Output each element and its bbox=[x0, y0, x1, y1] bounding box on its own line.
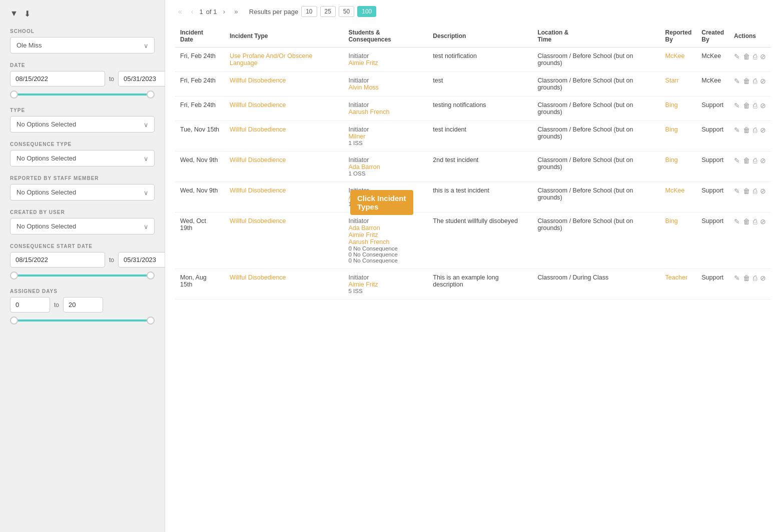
info-icon[interactable]: ⊘ bbox=[760, 126, 766, 134]
table-row: Tue, Nov 15thWillful DisobedienceInitiat… bbox=[175, 121, 771, 152]
student-link[interactable]: Alvin Moss bbox=[348, 84, 423, 91]
reporter-link[interactable]: Bing bbox=[665, 218, 678, 224]
created-by-filter: CREATED BY USER No Options Selected bbox=[10, 210, 155, 234]
consequence-date-to-input[interactable] bbox=[118, 252, 165, 268]
delete-icon[interactable]: 🗑 bbox=[743, 126, 750, 134]
incident-type-link[interactable]: Willful Disobedience bbox=[230, 274, 286, 281]
info-icon[interactable]: ⊘ bbox=[760, 187, 766, 195]
cell-reported-by: McKee bbox=[660, 48, 697, 72]
edit-icon[interactable]: ✎ bbox=[734, 102, 740, 110]
date-slider-left-thumb[interactable] bbox=[10, 90, 18, 98]
delete-icon[interactable]: 🗑 bbox=[743, 274, 750, 282]
assigned-days-slider-left-thumb[interactable] bbox=[10, 316, 18, 324]
col-incident-date: IncidentDate bbox=[175, 25, 225, 48]
edit-icon[interactable]: ✎ bbox=[734, 218, 740, 226]
incident-type-link[interactable]: Willful Disobedience bbox=[230, 218, 286, 224]
created-by-select[interactable]: No Options Selected bbox=[10, 218, 155, 234]
reporter-link[interactable]: Bing bbox=[665, 156, 678, 164]
student-link[interactable]: Aimie Fritz bbox=[348, 232, 423, 238]
page-size-10[interactable]: 10 bbox=[301, 6, 317, 17]
date-from-input[interactable] bbox=[10, 71, 105, 86]
delete-icon[interactable]: 🗑 bbox=[743, 156, 750, 164]
edit-icon[interactable]: ✎ bbox=[734, 77, 740, 85]
last-page-button[interactable]: » bbox=[231, 6, 241, 16]
consequence-text: 1 OSS bbox=[348, 201, 423, 207]
date-slider-track[interactable] bbox=[10, 94, 155, 96]
delete-icon[interactable]: 🗑 bbox=[743, 77, 750, 85]
reported-by-select[interactable]: No Options Selected bbox=[10, 184, 155, 200]
student-link[interactable]: Aimie Fritz bbox=[348, 281, 423, 288]
print-icon[interactable]: ⎙ bbox=[753, 187, 757, 195]
assigned-days-to-input[interactable] bbox=[63, 297, 103, 312]
download-icon[interactable]: ⬇ bbox=[24, 9, 31, 18]
edit-icon[interactable]: ✎ bbox=[734, 187, 740, 195]
date-slider-right-thumb[interactable] bbox=[147, 90, 155, 98]
cell-actions: ✎ 🗑 ⎙ ⊘ bbox=[729, 72, 771, 96]
student-link[interactable]: Aarush French bbox=[348, 238, 423, 246]
student-link[interactable]: Ada Barron bbox=[348, 224, 423, 232]
info-icon[interactable]: ⊘ bbox=[760, 156, 766, 164]
cell-type: Use Profane And/Or Obscene Language bbox=[225, 48, 343, 72]
info-icon[interactable]: ⊘ bbox=[760, 274, 766, 282]
next-page-button[interactable]: › bbox=[220, 6, 228, 16]
student-link[interactable]: Aarush French bbox=[348, 108, 423, 116]
student-link[interactable]: Ada Barron bbox=[348, 164, 423, 170]
assigned-days-from-input[interactable] bbox=[10, 297, 50, 312]
date-to-input[interactable] bbox=[118, 71, 165, 86]
page-size-50[interactable]: 50 bbox=[339, 6, 354, 17]
delete-icon[interactable]: 🗑 bbox=[743, 218, 750, 226]
incident-type-link[interactable]: Willful Disobedience bbox=[230, 156, 286, 164]
school-select[interactable]: Ole Miss bbox=[10, 37, 155, 54]
incident-type-link[interactable]: Willful Disobedience bbox=[230, 77, 286, 84]
print-icon[interactable]: ⎙ bbox=[753, 126, 757, 134]
print-icon[interactable]: ⎙ bbox=[753, 77, 757, 85]
reporter-link[interactable]: McKee bbox=[665, 52, 685, 60]
consequence-type-select[interactable]: No Options Selected bbox=[10, 150, 155, 166]
edit-icon[interactable]: ✎ bbox=[734, 156, 740, 164]
print-icon[interactable]: ⎙ bbox=[753, 156, 757, 164]
edit-icon[interactable]: ✎ bbox=[734, 52, 740, 60]
incident-type-link[interactable]: Willful Disobedience bbox=[230, 187, 286, 194]
reporter-link[interactable]: Bing bbox=[665, 102, 678, 108]
edit-icon[interactable]: ✎ bbox=[734, 126, 740, 134]
student-link[interactable]: Milner bbox=[348, 133, 423, 140]
student-link[interactable]: Aimie Fritz bbox=[348, 60, 423, 66]
prev-page-button[interactable]: ‹ bbox=[188, 6, 197, 16]
print-icon[interactable]: ⎙ bbox=[753, 218, 757, 226]
cell-location: Classroom / Before School (but on ground… bbox=[532, 72, 660, 96]
filter-icon[interactable]: ▼ bbox=[10, 9, 18, 18]
edit-icon[interactable]: ✎ bbox=[734, 274, 740, 282]
delete-icon[interactable]: 🗑 bbox=[743, 102, 750, 110]
type-select[interactable]: No Options Selected bbox=[10, 116, 155, 132]
consequence-date-from-input[interactable] bbox=[10, 252, 105, 268]
page-size-100[interactable]: 100 bbox=[357, 6, 376, 17]
first-page-button[interactable]: « bbox=[175, 6, 185, 16]
print-icon[interactable]: ⎙ bbox=[753, 274, 757, 282]
print-icon[interactable]: ⎙ bbox=[753, 102, 757, 110]
incident-type-link[interactable]: Willful Disobedience bbox=[230, 126, 286, 133]
info-icon[interactable]: ⊘ bbox=[760, 218, 766, 226]
student-link[interactable]: Aarush French bbox=[348, 194, 423, 201]
delete-icon[interactable]: 🗑 bbox=[743, 52, 750, 60]
consequence-date-slider-track[interactable] bbox=[10, 274, 155, 276]
info-icon[interactable]: ⊘ bbox=[760, 102, 766, 110]
page-size-25[interactable]: 25 bbox=[320, 6, 336, 17]
reporter-link[interactable]: Bing bbox=[665, 126, 678, 133]
print-icon[interactable]: ⎙ bbox=[753, 52, 757, 60]
cell-actions: ✎ 🗑 ⎙ ⊘ bbox=[729, 48, 771, 72]
cell-students: InitiatorAimie Fritz bbox=[343, 48, 428, 72]
consequence-date-slider-left-thumb[interactable] bbox=[10, 272, 18, 280]
delete-icon[interactable]: 🗑 bbox=[743, 187, 750, 195]
reporter-link[interactable]: McKee bbox=[665, 187, 685, 194]
incident-type-link[interactable]: Willful Disobedience bbox=[230, 102, 286, 108]
assigned-days-slider-right-thumb[interactable] bbox=[147, 316, 155, 324]
info-icon[interactable]: ⊘ bbox=[760, 52, 766, 60]
incident-type-link[interactable]: Use Profane And/Or Obscene Language bbox=[230, 52, 312, 66]
consequence-date-slider-right-thumb[interactable] bbox=[147, 272, 155, 280]
reporter-link[interactable]: Starr bbox=[665, 77, 679, 84]
cell-date: Fri, Feb 24th bbox=[175, 72, 225, 96]
assigned-days-slider-track[interactable] bbox=[10, 320, 155, 322]
info-icon[interactable]: ⊘ bbox=[760, 77, 766, 85]
reporter-link[interactable]: Teacher bbox=[665, 274, 687, 281]
cell-actions: ✎ 🗑 ⎙ ⊘ bbox=[729, 152, 771, 182]
